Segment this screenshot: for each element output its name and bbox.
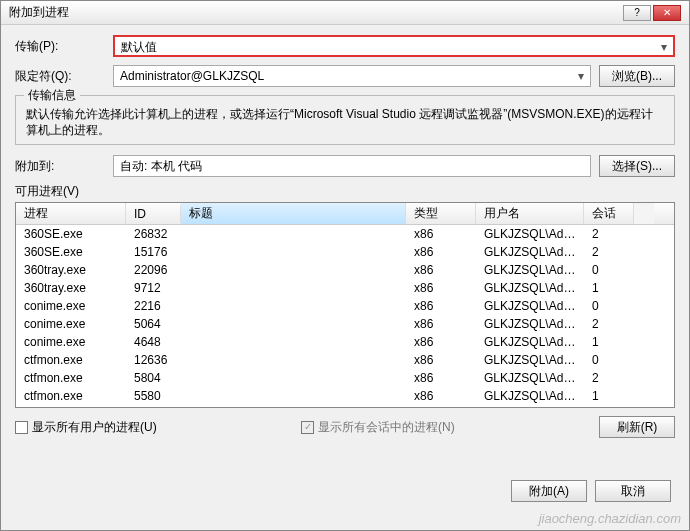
cell-id: 4648 [126, 334, 181, 350]
transport-value: 默认值 [121, 40, 157, 54]
cell-user: GLKJZSQL\Adminis... [476, 280, 584, 296]
cell-type: x86 [406, 370, 476, 386]
cell-title [181, 233, 406, 235]
cell-proc: 360SE.exe [16, 244, 126, 260]
show-all-sessions-label: 显示所有会话中的进程(N) [318, 419, 455, 436]
cell-type: x86 [406, 298, 476, 314]
cell-session: 0 [584, 406, 634, 407]
col-user[interactable]: 用户名 [476, 203, 584, 224]
table-row[interactable]: explorer.exe4892x86GLKJZSQL\Adminis...0 [16, 405, 674, 407]
cell-type: x86 [406, 334, 476, 350]
cell-type: x86 [406, 316, 476, 332]
cell-session: 0 [584, 298, 634, 314]
browse-button[interactable]: 浏览(B)... [599, 65, 675, 87]
cell-session: 1 [584, 334, 634, 350]
window-buttons: ? ✕ [623, 5, 681, 21]
table-row[interactable]: ctfmon.exe12636x86GLKJZSQL\Adminis...0 [16, 351, 674, 369]
cell-id: 26832 [126, 226, 181, 242]
close-button[interactable]: ✕ [653, 5, 681, 21]
cell-session: 2 [584, 370, 634, 386]
transport-info-text: 默认传输允许选择此计算机上的进程，或选择运行“Microsoft Visual … [26, 106, 664, 138]
cell-session: 2 [584, 316, 634, 332]
attach-value: 自动: 本机 代码 [120, 159, 202, 173]
table-row[interactable]: conime.exe5064x86GLKJZSQL\Adminis...2 [16, 315, 674, 333]
col-session[interactable]: 会话 [584, 203, 634, 224]
attach-label: 附加到: [15, 158, 105, 175]
table-row[interactable]: 360SE.exe15176x86GLKJZSQL\Adminis...2 [16, 243, 674, 261]
help-button[interactable]: ? [623, 5, 651, 21]
table-row[interactable]: 360tray.exe9712x86GLKJZSQL\Adminis...1 [16, 279, 674, 297]
attach-button[interactable]: 附加(A) [511, 480, 587, 502]
cell-session: 2 [584, 226, 634, 242]
attach-value-box: 自动: 本机 代码 [113, 155, 591, 177]
table-header: 进程 ID 标题 类型 用户名 会话 [16, 203, 674, 225]
qualifier-label: 限定符(Q): [15, 68, 105, 85]
show-all-sessions-checkbox[interactable]: ✓ 显示所有会话中的进程(N) [301, 419, 455, 436]
cell-session: 1 [584, 388, 634, 404]
cell-user: GLKJZSQL\Adminis... [476, 226, 584, 242]
cell-proc: ctfmon.exe [16, 388, 126, 404]
cell-session: 0 [584, 352, 634, 368]
cell-proc: ctfmon.exe [16, 370, 126, 386]
cell-id: 12636 [126, 352, 181, 368]
cell-type: x86 [406, 388, 476, 404]
cell-user: GLKJZSQL\Adminis... [476, 244, 584, 260]
cell-type: x86 [406, 244, 476, 260]
window-title: 附加到进程 [9, 4, 69, 21]
transport-label: 传输(P): [15, 38, 105, 55]
cell-title [181, 269, 406, 271]
cell-title [181, 341, 406, 343]
col-scroll-spacer [634, 203, 654, 224]
col-type[interactable]: 类型 [406, 203, 476, 224]
table-row[interactable]: 360SE.exe26832x86GLKJZSQL\Adminis...2 [16, 225, 674, 243]
cell-id: 15176 [126, 244, 181, 260]
cell-type: x86 [406, 352, 476, 368]
cell-session: 0 [584, 262, 634, 278]
select-button[interactable]: 选择(S)... [599, 155, 675, 177]
cell-user: GLKJZSQL\Adminis... [476, 370, 584, 386]
table-row[interactable]: conime.exe4648x86GLKJZSQL\Adminis...1 [16, 333, 674, 351]
col-title[interactable]: 标题 [181, 203, 406, 224]
cell-user: GLKJZSQL\Adminis... [476, 316, 584, 332]
table-row[interactable]: ctfmon.exe5580x86GLKJZSQL\Adminis...1 [16, 387, 674, 405]
cell-title [181, 305, 406, 307]
cell-type: x86 [406, 280, 476, 296]
cell-proc: conime.exe [16, 334, 126, 350]
cell-user: GLKJZSQL\Adminis... [476, 406, 584, 407]
cell-proc: explorer.exe [16, 406, 126, 407]
cell-proc: 360tray.exe [16, 262, 126, 278]
watermark-text: jiaocheng.chazidian.com [539, 511, 681, 526]
cell-id: 2216 [126, 298, 181, 314]
content-area: 传输(P): 默认值 限定符(Q): Administrator@GLKJZSQ… [1, 25, 689, 438]
process-table: 进程 ID 标题 类型 用户名 会话 360SE.exe26832x86GLKJ… [15, 202, 675, 408]
cell-id: 22096 [126, 262, 181, 278]
cell-id: 5804 [126, 370, 181, 386]
cell-title [181, 251, 406, 253]
available-processes-label: 可用进程(V) [15, 183, 675, 200]
refresh-button[interactable]: 刷新(R) [599, 416, 675, 438]
show-all-users-label: 显示所有用户的进程(U) [32, 419, 157, 436]
cell-user: GLKJZSQL\Adminis... [476, 388, 584, 404]
transport-info-group: 传输信息 默认传输允许选择此计算机上的进程，或选择运行“Microsoft Vi… [15, 95, 675, 145]
cell-title [181, 395, 406, 397]
cell-id: 5064 [126, 316, 181, 332]
transport-combo[interactable]: 默认值 [113, 35, 675, 57]
cell-id: 9712 [126, 280, 181, 296]
cell-title [181, 287, 406, 289]
cell-user: GLKJZSQL\Adminis... [476, 298, 584, 314]
cell-user: GLKJZSQL\Adminis... [476, 352, 584, 368]
table-row[interactable]: ctfmon.exe5804x86GLKJZSQL\Adminis...2 [16, 369, 674, 387]
table-row[interactable]: conime.exe2216x86GLKJZSQL\Adminis...0 [16, 297, 674, 315]
cell-type: x86 [406, 262, 476, 278]
show-all-users-checkbox[interactable]: 显示所有用户的进程(U) [15, 419, 157, 436]
cell-user: GLKJZSQL\Adminis... [476, 334, 584, 350]
cancel-button[interactable]: 取消 [595, 480, 671, 502]
cell-type: x86 [406, 406, 476, 407]
col-process[interactable]: 进程 [16, 203, 126, 224]
cell-session: 2 [584, 244, 634, 260]
qualifier-combo[interactable]: Administrator@GLKJZSQL [113, 65, 591, 87]
cell-proc: 360tray.exe [16, 280, 126, 296]
table-body[interactable]: 360SE.exe26832x86GLKJZSQL\Adminis...2360… [16, 225, 674, 407]
table-row[interactable]: 360tray.exe22096x86GLKJZSQL\Adminis...0 [16, 261, 674, 279]
col-id[interactable]: ID [126, 205, 181, 223]
